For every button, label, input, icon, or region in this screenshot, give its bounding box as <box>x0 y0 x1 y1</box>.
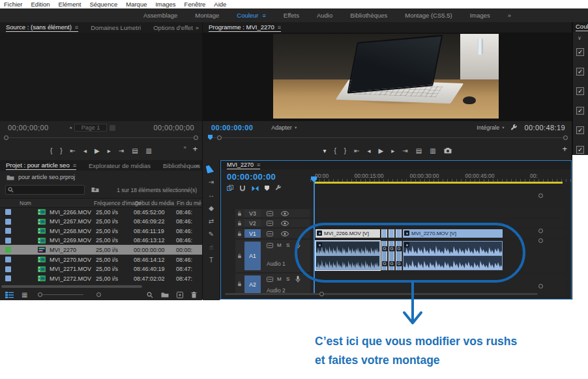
selection-tool[interactable] <box>206 165 214 173</box>
new-bin-folder-icon[interactable] <box>161 292 169 298</box>
lumetri-section-checkbox-1[interactable]: ✓ <box>576 48 584 56</box>
tab-bibliotheques[interactable]: Bibliothèques <box>163 162 200 169</box>
add-marker-icon[interactable] <box>265 186 269 191</box>
timeline-settings-wrench-icon[interactable] <box>275 185 282 191</box>
tab-programme[interactable]: Programme : MVI_2270≡ <box>209 23 281 32</box>
table-row-selected[interactable]: MVI_2270 25,00 i/s 00:00:00:00 00:00: <box>0 245 202 255</box>
column-header-fin[interactable]: Fin du mé <box>177 200 201 206</box>
label-chip[interactable] <box>5 275 11 281</box>
pen-tool[interactable]: ✎ <box>203 229 220 239</box>
go-to-in-button[interactable]: ⇤ <box>70 147 76 154</box>
source-button-editor-plus[interactable]: + <box>192 144 198 154</box>
program-zoom-right-handle[interactable] <box>563 135 568 140</box>
playhead-line[interactable] <box>314 181 315 293</box>
program-playhead-marker[interactable] <box>208 135 213 140</box>
breadcrumb[interactable]: pour article seo.prproj <box>18 174 75 180</box>
trash-icon[interactable] <box>191 292 197 298</box>
label-chip[interactable] <box>5 209 11 215</box>
column-header-nom[interactable]: Nom <box>20 200 31 206</box>
settings-wrench-icon[interactable] <box>510 124 518 132</box>
program-zoom-scrollbar[interactable] <box>203 135 572 141</box>
program-zoom-left-handle[interactable] <box>217 135 222 140</box>
lock-icon[interactable] <box>237 211 242 216</box>
workspace-tab-montage[interactable]: Montage <box>195 12 219 19</box>
source-zoom-scrollbar[interactable] <box>0 135 202 141</box>
slip-tool[interactable]: ⇄ <box>203 216 220 226</box>
label-chip[interactable] <box>5 257 11 262</box>
tab-domaines-lumetri[interactable]: Domaines Lumetri <box>91 24 141 31</box>
go-to-in-button[interactable]: ⇤ <box>354 147 359 154</box>
video-clip-mvi2270[interactable]: MVI_2270.MOV [V] <box>403 229 503 238</box>
voiceover-mic-icon[interactable] <box>295 275 301 283</box>
audio-clip-mvi2266[interactable] <box>316 241 380 270</box>
table-row[interactable]: MVI_2271.MOV 25,00 i/s 08:46:40:19 08:47… <box>0 264 202 274</box>
list-view-icon[interactable] <box>5 292 14 298</box>
timeline-panel-menu-icon[interactable]: ≡ <box>257 161 260 168</box>
extract-button[interactable]: ▥ <box>430 147 435 154</box>
column-header-debut[interactable]: Début du média <box>135 200 174 206</box>
label-chip[interactable] <box>5 219 11 225</box>
workspace-tab-couleur[interactable]: Couleur <box>237 12 258 19</box>
go-to-out-button[interactable]: ⇥ <box>402 147 407 154</box>
slider-knob[interactable] <box>38 292 42 297</box>
type-tool[interactable]: T <box>203 255 220 265</box>
slider-right-knob[interactable] <box>96 292 101 297</box>
program-fit-select[interactable]: Adapter ▾ <box>271 124 297 131</box>
play-button[interactable]: ▶ <box>95 147 100 154</box>
sync-lock-icon[interactable] <box>267 231 273 236</box>
new-item-icon[interactable] <box>177 292 183 298</box>
table-row[interactable]: MVI_2270.MOV 25,00 i/s 08:46:14:12 08:46… <box>0 255 202 264</box>
timeline-vertical-scroll-handle[interactable] <box>538 229 543 233</box>
play-button[interactable]: ▶ <box>379 147 384 154</box>
video-clip-mvi2266[interactable]: MVI_2266.MOV [V] <box>316 229 380 238</box>
project-horizontal-scrollbar[interactable] <box>1 285 142 288</box>
source-zoom-select[interactable]: ◂ Page 1 <box>70 124 116 132</box>
source-panel-menu-icon[interactable]: ≡ <box>75 24 78 31</box>
workspace-menu-icon[interactable]: ≡ <box>263 12 266 19</box>
source-zoom-right-handle[interactable] <box>194 135 198 140</box>
thumbnail-zoom-slider[interactable] <box>38 292 83 298</box>
timeline-ruler[interactable]: 00:00 00:00:15:00 00:00:30:00 00:00:45:0… <box>310 170 571 182</box>
label-chip-green[interactable] <box>5 247 11 253</box>
tab-couleur[interactable]: Couleur <box>576 23 588 31</box>
ripple-edit-tool[interactable]: ↔ <box>203 190 220 200</box>
source-zoom-left-handle[interactable] <box>4 135 8 140</box>
audio-clip-sliver[interactable]: G G <box>396 241 402 270</box>
lumetri-chevron-icon[interactable]: ∨ <box>578 35 581 41</box>
lumetri-section-checkbox-3[interactable]: ✓ <box>576 87 584 95</box>
menu-element[interactable]: Elément <box>59 1 81 8</box>
source-current-timecode[interactable]: 00;00;00;00 <box>8 124 49 132</box>
overwrite-button[interactable]: ▥ <box>146 147 152 154</box>
timeline-vertical-scroll-handle[interactable] <box>538 238 543 243</box>
mute-button[interactable]: M <box>277 276 282 282</box>
export-frame-camera-icon[interactable] <box>444 148 452 154</box>
work-area-bar[interactable] <box>314 182 563 184</box>
table-row[interactable]: MVI_2267.MOV 25,00 i/s 08:46:09:22 08:46… <box>0 217 202 227</box>
menu-fenetre[interactable]: Fenêtre <box>184 1 206 8</box>
workspace-overflow-icon[interactable]: » <box>508 12 511 19</box>
tab-options-effet[interactable]: Options d'effet <box>153 24 193 31</box>
menu-marque[interactable]: Marque <box>126 1 147 8</box>
video-clip-sliver[interactable] <box>389 229 394 238</box>
workspace-tab-bibliotheques[interactable]: Bibliothèques <box>350 12 387 19</box>
menu-fichier[interactable]: Fichier <box>4 1 23 8</box>
label-chip[interactable] <box>5 266 11 272</box>
razor-tool[interactable]: ◆ <box>203 203 220 213</box>
timeline-current-timecode[interactable]: 00:00:00:00 <box>227 172 276 182</box>
workspace-tab-montage-cs55[interactable]: Montage (CS5.5) <box>405 12 452 19</box>
workspace-tab-images[interactable]: Images <box>470 12 490 19</box>
audio-clip-sliver[interactable]: G G <box>381 241 387 270</box>
program-button-editor-plus[interactable]: + <box>562 144 567 154</box>
audio-clip-mvi2270[interactable] <box>403 241 503 270</box>
insert-button[interactable]: ▤ <box>132 147 138 154</box>
audio-clip-sliver[interactable]: G G <box>389 241 394 270</box>
source-tabs-overflow-icon[interactable]: » <box>196 24 199 31</box>
program-panel-menu-icon[interactable]: ≡ <box>278 24 281 31</box>
step-back-button[interactable]: ◂ <box>83 147 87 154</box>
lumetri-section-checkbox-5[interactable]: ✓ <box>576 126 584 134</box>
track-a1-label[interactable]: A1 <box>244 242 261 270</box>
search-input[interactable] <box>14 186 78 194</box>
lift-button[interactable]: ▤ <box>416 147 422 154</box>
video-clip-sliver[interactable] <box>381 229 387 238</box>
eye-icon[interactable] <box>281 221 289 226</box>
